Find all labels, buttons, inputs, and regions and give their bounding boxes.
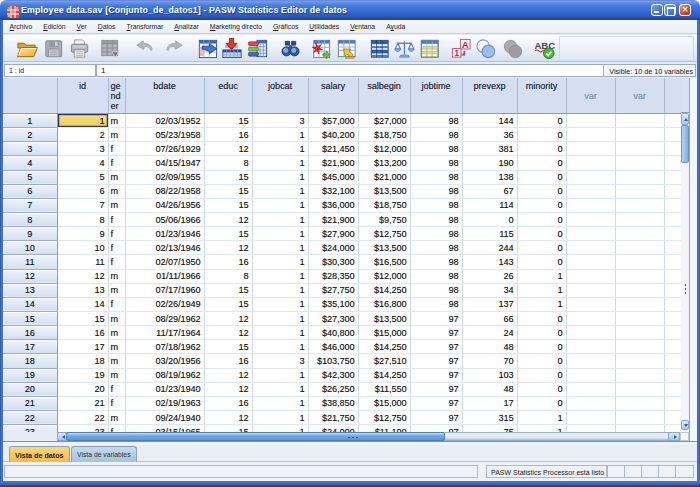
svg-text:A: A <box>462 40 469 50</box>
svg-text:1: 1 <box>454 49 459 58</box>
